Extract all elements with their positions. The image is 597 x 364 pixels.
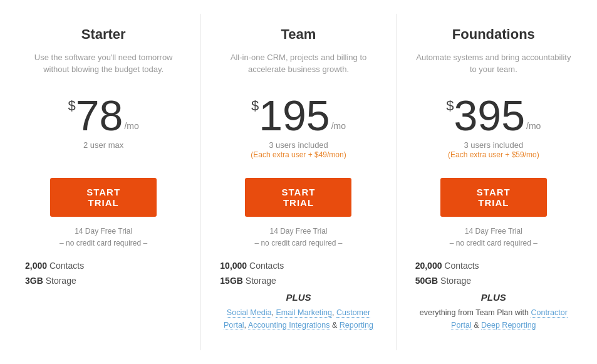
team-trial-note: 14 Day Free Trial– no credit card requir… [220, 226, 376, 249]
foundations-storage: 50GB Storage [415, 276, 572, 286]
starter-contacts: 2,000 Contacts [25, 261, 182, 271]
foundations-start-trial-button[interactable]: START TRIAL [440, 178, 547, 217]
team-price-amount: 195 [259, 94, 330, 137]
team-price-dollar: $ [251, 99, 259, 113]
team-price-per: /mo [331, 122, 346, 130]
team-plus-text: & [330, 321, 340, 330]
starter-description: Use the software you'll need tomorrow wi… [25, 51, 182, 83]
starter-price-dollar: $ [68, 99, 76, 113]
pricing-container: StarterUse the software you'll need tomo… [0, 1, 597, 363]
foundations-name: Foundations [415, 26, 572, 43]
plan-team: TeamAll-in-one CRM, projects and billing… [201, 14, 396, 350]
team-users: 3 users included(Each extra user + $49/m… [220, 140, 376, 163]
plan-foundations: FoundationsAutomate systems and bring ac… [397, 14, 591, 350]
starter-users: 2 user max [25, 140, 182, 163]
starter-start-trial-button[interactable]: START TRIAL [50, 178, 157, 217]
foundations-plus-items: everything from Team Plan with Contracto… [415, 306, 572, 331]
team-plus-link[interactable]: Email Marketing [276, 308, 332, 318]
starter-trial-note: 14 Day Free Trial– no credit card requir… [25, 226, 182, 249]
starter-price-block: $78/mo [25, 94, 182, 137]
team-plus-text: , [332, 308, 336, 317]
starter-price-per: /mo [124, 122, 138, 130]
starter-name: Starter [25, 26, 182, 43]
foundations-price-per: /mo [526, 122, 541, 130]
team-extra-users: (Each extra user + $49/mon) [251, 150, 346, 159]
foundations-extra-users: (Each extra user + $59/mo) [448, 150, 539, 159]
foundations-contacts: 20,000 Contacts [415, 261, 572, 271]
team-storage: 15GB Storage [220, 276, 376, 286]
foundations-plus-link[interactable]: Deep Reporting [481, 321, 536, 330]
starter-price-amount: 78 [76, 94, 123, 137]
team-contacts: 10,000 Contacts [220, 261, 376, 271]
foundations-price-block: $395/mo [415, 94, 572, 137]
foundations-trial-note: 14 Day Free Trial– no credit card requir… [415, 226, 572, 249]
team-plus-label: PLUS [220, 292, 376, 303]
foundations-plus-text: everything from Team Plan with [420, 308, 531, 317]
team-price-block: $195/mo [220, 94, 376, 137]
foundations-plus-label: PLUS [415, 292, 572, 303]
starter-storage: 3GB Storage [25, 276, 182, 286]
foundations-description: Automate systems and bring accountabilit… [415, 51, 572, 83]
team-plus-items: Social Media, Email Marketing, Customer … [220, 306, 376, 331]
team-plus-link[interactable]: Reporting [340, 321, 373, 330]
team-description: All-in-one CRM, projects and billing to … [220, 51, 376, 83]
team-name: Team [220, 26, 376, 43]
plan-starter: StarterUse the software you'll need tomo… [6, 14, 201, 350]
team-plus-link[interactable]: Social Media [227, 308, 272, 318]
foundations-price-amount: 395 [454, 94, 525, 137]
foundations-plus-text: & [472, 321, 481, 330]
team-start-trial-button[interactable]: START TRIAL [245, 178, 351, 217]
team-plus-link[interactable]: Accounting Integrations [248, 321, 330, 330]
foundations-price-dollar: $ [446, 99, 454, 113]
team-plus-text: , [244, 321, 248, 330]
foundations-users: 3 users included(Each extra user + $59/m… [415, 140, 572, 163]
